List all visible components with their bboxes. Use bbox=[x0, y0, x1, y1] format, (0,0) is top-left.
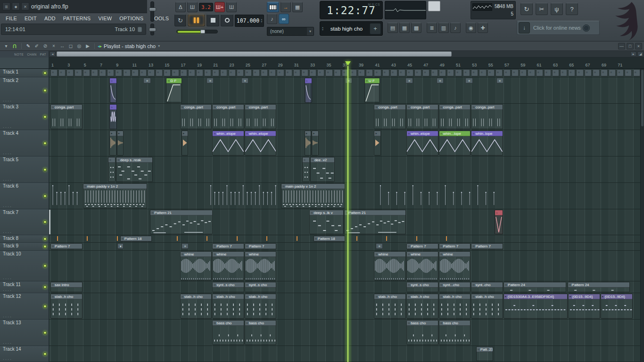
clip-whin-lope[interactable]: ≡whin..lope bbox=[471, 131, 503, 156]
clip-stab-h-cho[interactable]: ≡stab..h cho bbox=[212, 294, 244, 319]
clip-stab-h-cho[interactable]: ≡stab..h cho bbox=[374, 294, 406, 319]
clip-minifull[interactable]: ≡ bbox=[196, 69, 203, 76]
clip-minifull[interactable]: ≡ bbox=[204, 69, 211, 76]
clip-sax-intro[interactable]: ≡sax intro bbox=[50, 282, 83, 292]
clip-minifull[interactable]: ≡ bbox=[164, 69, 171, 76]
clip-ghost[interactable] bbox=[50, 183, 83, 208]
clip-stab-h-cho[interactable]: ≡stab..h cho bbox=[471, 294, 503, 319]
clip-minifull[interactable]: ≡ bbox=[382, 69, 389, 76]
clip-otick[interactable] bbox=[206, 236, 207, 241]
toggle-playlist[interactable]: ▤ bbox=[388, 23, 398, 33]
clip-minifull[interactable]: ≡ bbox=[66, 69, 74, 76]
clip-auto[interactable]: ≈ bbox=[305, 78, 312, 103]
clip-minifull[interactable]: ≡ bbox=[390, 69, 397, 76]
keyboard-piano-toggle[interactable] bbox=[267, 2, 279, 12]
clip-otick[interactable] bbox=[117, 236, 118, 241]
resize-grip[interactable]: ◢ bbox=[637, 51, 644, 57]
track-header[interactable]: Track 7···· bbox=[0, 209, 49, 235]
clip-minifull[interactable]: ≡ bbox=[212, 69, 219, 76]
clip-autored[interactable]: ≈ bbox=[495, 210, 503, 234]
clip-otick[interactable] bbox=[237, 236, 238, 241]
delete-tool[interactable]: ⊘ bbox=[41, 42, 49, 50]
clip-minifull[interactable]: ≡ bbox=[123, 69, 130, 76]
clip-minifull[interactable]: ≡ bbox=[471, 69, 478, 76]
stop-button[interactable] bbox=[206, 14, 219, 26]
clip-minifull[interactable]: ≡ bbox=[585, 69, 592, 76]
menu-file[interactable]: FILE bbox=[2, 16, 21, 21]
clip-pattern-7[interactable]: ≡Pattern 7 bbox=[406, 243, 438, 250]
clip-minifull[interactable]: ≡ bbox=[512, 69, 519, 76]
clip-pattern-7[interactable]: ≡Pattern 7 bbox=[50, 243, 83, 250]
note-preview-button[interactable]: ♪ bbox=[267, 14, 277, 24]
clip-minifull[interactable]: ≡ bbox=[633, 69, 640, 76]
clip-pattern[interactable]: ≡ bbox=[302, 157, 310, 182]
clip-auto[interactable]: ≈ bbox=[109, 104, 117, 129]
clip-synt-s-cho[interactable]: ≡synt..s cho bbox=[245, 282, 277, 292]
clip-0d15-9d4[interactable]: ▸{0D15..9D4} bbox=[601, 294, 633, 319]
clip-amini[interactable]: ▸ bbox=[312, 131, 318, 156]
clip-minifull[interactable]: ≡ bbox=[140, 69, 147, 76]
clip-amini[interactable]: ▸ bbox=[182, 131, 188, 156]
clip-minifull[interactable]: ≡ bbox=[148, 69, 155, 76]
channel-selector[interactable]: (none) ▾ bbox=[267, 27, 314, 36]
clip-pattern-7[interactable]: ≡Pattern 7 bbox=[471, 243, 503, 250]
shuffle-knob[interactable] bbox=[200, 30, 205, 33]
clip-stab-h-cho[interactable]: ≡stab..h cho bbox=[406, 294, 438, 319]
clip-minifull[interactable]: ≡ bbox=[479, 69, 486, 76]
clip-bass-cho[interactable]: ≡bass cho bbox=[406, 320, 438, 345]
playlist-minimize-button[interactable]: — bbox=[618, 43, 625, 49]
clip-mini[interactable]: ≡ bbox=[496, 78, 504, 83]
track-led[interactable] bbox=[43, 141, 47, 145]
time-display[interactable]: M:S:CS 1:22:77 bbox=[320, 1, 383, 19]
clip-minifull[interactable]: ≡ bbox=[617, 69, 624, 76]
clip-minifull[interactable]: ≡ bbox=[406, 69, 413, 76]
clip-minifull[interactable]: ≡ bbox=[568, 69, 575, 76]
clip-pattern-7[interactable]: ≡Pattern 7 bbox=[245, 243, 277, 250]
clip-minifull[interactable]: ≡ bbox=[358, 69, 365, 76]
clip-whine[interactable]: ≡whine bbox=[180, 251, 212, 280]
clip-pattern-7[interactable]: ≡Pattern 7 bbox=[212, 243, 244, 250]
clip-minifull[interactable]: ≡ bbox=[520, 69, 527, 76]
slip-tool[interactable]: ↔ bbox=[58, 42, 66, 50]
track-header[interactable]: Track 8 bbox=[0, 235, 49, 243]
clip-minifull[interactable]: ≡ bbox=[309, 69, 316, 76]
clip-minifull[interactable]: ≡ bbox=[325, 69, 332, 76]
tempo-spinner[interactable]: ▴▾ bbox=[261, 18, 262, 23]
clip-bass-cho[interactable]: ≡bass cho bbox=[212, 320, 244, 345]
clip-minifull[interactable]: ≡ bbox=[544, 69, 551, 76]
menu-patterns[interactable]: PATTERNS bbox=[59, 16, 95, 21]
wait-for-input-icon[interactable]: Ш bbox=[187, 2, 198, 12]
help-button[interactable]: ? bbox=[566, 3, 578, 15]
track-header[interactable]: Track 5···· bbox=[0, 156, 49, 183]
horizontal-scrollbar[interactable]: ◂ ▸ ◢ bbox=[49, 51, 644, 58]
menu-options[interactable]: OPTIONS bbox=[116, 16, 147, 21]
clip-minifull[interactable]: ≡ bbox=[528, 69, 535, 76]
clip-mini[interactable]: ≡ bbox=[182, 243, 189, 249]
clip-whin-elope[interactable]: ≡whin..elope bbox=[245, 131, 277, 156]
toggle-piano-roll[interactable]: ▦ bbox=[399, 23, 410, 33]
clip-pattern-18[interactable]: ≡Pattern 18 bbox=[314, 236, 346, 242]
paint-tool[interactable]: ✐ bbox=[33, 42, 41, 50]
clip-synt-cho[interactable]: ≡synt...cho bbox=[439, 282, 471, 292]
clip-minifull[interactable]: ≡ bbox=[560, 69, 567, 76]
clip-minifull[interactable]: ≡ bbox=[188, 69, 195, 76]
vscroll-thumb[interactable] bbox=[641, 70, 644, 126]
master-pitch-knob[interactable] bbox=[149, 28, 156, 32]
track-header[interactable]: Track 6···· bbox=[0, 183, 49, 209]
clip-otick[interactable] bbox=[356, 236, 357, 241]
clip-conga-part[interactable]: ≡conga..part bbox=[439, 104, 471, 129]
clip-minifull[interactable]: ≡ bbox=[74, 69, 82, 76]
mute-tool[interactable]: × bbox=[50, 42, 58, 50]
clip-synt-s-cho[interactable]: ≡synt..s cho bbox=[212, 282, 244, 292]
timeline-ruler[interactable]: 1357911131517192123252729313335373941434… bbox=[0, 58, 644, 69]
clip-conga-part[interactable]: ≡conga..part bbox=[374, 104, 406, 129]
clip-stab-h-cho[interactable]: ≡stab..h cho bbox=[439, 294, 471, 319]
playlist-close-button[interactable]: × bbox=[635, 43, 642, 49]
clip-minifull[interactable]: ≡ bbox=[269, 69, 276, 76]
track-led[interactable] bbox=[43, 245, 47, 248]
clip-whine[interactable]: ≡whine bbox=[406, 251, 438, 280]
record-button[interactable] bbox=[221, 14, 233, 26]
playlist-maximize-button[interactable]: □ bbox=[627, 43, 634, 49]
clip-minifull[interactable]: ≡ bbox=[115, 69, 122, 76]
clip-mini[interactable]: ≡ bbox=[437, 78, 444, 83]
